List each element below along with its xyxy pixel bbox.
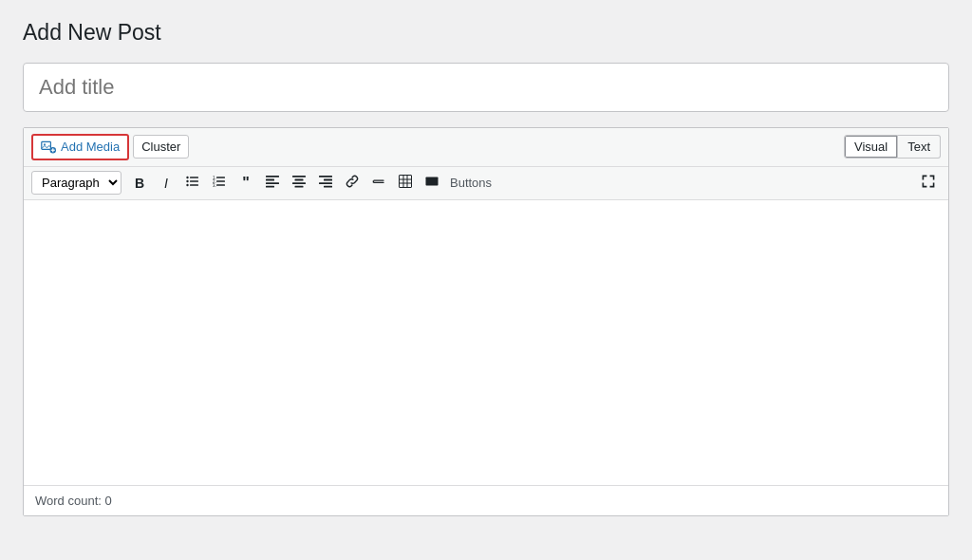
- svg-rect-16: [216, 185, 225, 187]
- ul-icon: [186, 175, 199, 191]
- paragraph-select[interactable]: Paragraph: [31, 171, 122, 195]
- svg-rect-17: [266, 176, 279, 177]
- align-center-button[interactable]: [287, 171, 311, 196]
- editor-view-tabs: Visual Text: [844, 135, 941, 159]
- svg-point-5: [186, 177, 188, 178]
- svg-rect-6: [190, 177, 198, 179]
- align-left-icon: [266, 175, 279, 191]
- svg-rect-32: [400, 176, 412, 188]
- image-icon: [425, 175, 439, 191]
- align-center-icon: [292, 175, 306, 191]
- svg-text:3.: 3.: [213, 183, 216, 188]
- svg-rect-28: [324, 186, 332, 188]
- editor-tabs-left: Add Media Cluster: [31, 134, 189, 160]
- unordered-list-button[interactable]: [180, 171, 205, 196]
- more-button[interactable]: [366, 171, 391, 196]
- svg-rect-10: [190, 185, 198, 187]
- svg-rect-24: [295, 186, 304, 188]
- align-right-icon: [319, 175, 332, 191]
- fullscreen-icon: [921, 174, 936, 193]
- svg-rect-26: [324, 179, 332, 181]
- align-right-button[interactable]: [313, 171, 338, 196]
- text-tab[interactable]: Text: [898, 135, 941, 159]
- editor-tabs-row: Add Media Cluster Visual Text: [24, 128, 948, 167]
- svg-rect-23: [292, 183, 306, 185]
- post-title-input[interactable]: [23, 63, 949, 112]
- add-media-button[interactable]: Add Media: [31, 134, 129, 160]
- italic-button[interactable]: I: [154, 171, 178, 196]
- image-toolbar-button[interactable]: [420, 171, 444, 196]
- svg-rect-29: [373, 180, 383, 181]
- more-icon: [372, 175, 385, 191]
- table-icon: [399, 175, 412, 191]
- bold-button[interactable]: B: [127, 171, 152, 196]
- editor-container: Add Media Cluster Visual Text Paragraph …: [23, 127, 949, 516]
- svg-rect-20: [266, 186, 274, 188]
- editor-footer: Word count: 0: [24, 485, 948, 515]
- add-media-icon: [41, 140, 56, 155]
- blockquote-button[interactable]: ": [234, 171, 258, 196]
- buttons-toolbar-label: Buttons: [450, 176, 492, 190]
- table-button[interactable]: [393, 171, 418, 196]
- fullscreen-button[interactable]: [916, 171, 941, 196]
- svg-rect-8: [190, 181, 198, 183]
- ordered-list-button[interactable]: 1.2.3.: [207, 171, 232, 196]
- svg-point-9: [186, 184, 188, 186]
- svg-rect-27: [319, 183, 332, 185]
- page-title: Add New Post: [23, 19, 949, 47]
- blockquote-icon: ": [242, 175, 250, 192]
- align-left-button[interactable]: [260, 171, 285, 196]
- add-media-label: Add Media: [61, 140, 120, 154]
- svg-rect-18: [266, 179, 274, 181]
- svg-rect-22: [295, 179, 304, 181]
- editor-content-area[interactable]: [24, 200, 948, 485]
- link-icon: [346, 175, 359, 191]
- svg-rect-25: [319, 176, 332, 177]
- word-count: Word count: 0: [35, 494, 112, 508]
- svg-rect-37: [426, 177, 439, 186]
- ol-icon: 1.2.3.: [213, 175, 226, 191]
- link-button[interactable]: [340, 171, 364, 196]
- svg-rect-19: [266, 183, 279, 185]
- svg-rect-21: [292, 176, 306, 177]
- svg-rect-30: [373, 182, 383, 183]
- toolbar-row: Paragraph B I 1.2.3. ": [24, 167, 948, 200]
- visual-tab[interactable]: Visual: [844, 135, 898, 159]
- cluster-button[interactable]: Cluster: [133, 135, 189, 159]
- svg-point-7: [186, 180, 188, 182]
- svg-rect-14: [216, 181, 225, 183]
- svg-rect-12: [216, 177, 225, 179]
